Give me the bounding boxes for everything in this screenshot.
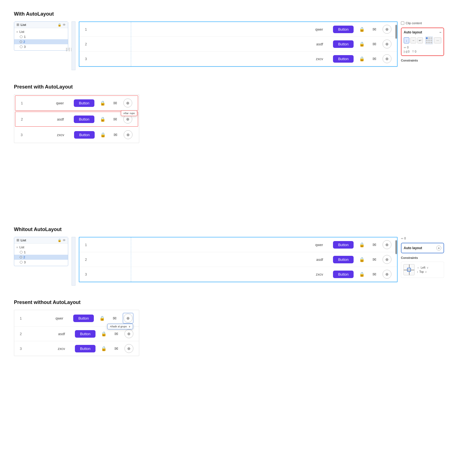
mail-icon-w3: ✉ (370, 270, 378, 278)
plus-icon-w3[interactable]: ⊕ (383, 270, 391, 279)
constraint-left-arrow: ↔ (417, 266, 420, 269)
table-row-3: 3 zxcv Button 🔒 ✉ ⊕ (79, 51, 397, 66)
constraint-top-dropdown[interactable]: ∨ (425, 270, 427, 273)
plus-icon-w2[interactable]: ⊕ (383, 255, 391, 264)
lock-icon: 🔒 (58, 23, 62, 27)
clip-content-checkbox[interactable] (401, 21, 404, 25)
without-al-btn2[interactable]: Button (333, 256, 354, 263)
btn-2[interactable]: Button (333, 40, 354, 48)
eye-icon: 👁 (63, 23, 66, 27)
scrollbar-2 (395, 240, 397, 254)
hash-small-icon: ≡ (16, 30, 18, 33)
al-align-group: ··· (425, 36, 441, 44)
btn-3[interactable]: Button (333, 55, 354, 63)
without-al-row1: 1 qwer Button 🔒 ✉ ⊕ (79, 237, 397, 252)
props-panel-without-al: ⇔ 0 Auto layout + Constraints (401, 237, 444, 278)
layer-item-2-selected[interactable]: 2 (14, 39, 68, 44)
section-present-autolayout: Present with AutoLayout 1 qwer Button 🔒 … (14, 84, 444, 143)
lock-icon-p2: 🔒 (99, 115, 107, 123)
present-without-btn3[interactable]: Button (75, 345, 95, 352)
ruler-mark: 500 (68, 48, 70, 51)
autolayout-title: Auto layout − (404, 30, 441, 34)
layers-title-2: ⊞ List (16, 238, 26, 242)
plus-icon-pw1[interactable]: ⊕ (124, 314, 133, 323)
constraint-left-label: Left (421, 266, 425, 269)
diamond-icon-2 (19, 40, 22, 43)
lock-icon-1: 🔒 (358, 25, 366, 33)
lock-icon-3: 🔒 (358, 55, 366, 63)
tooltip-anadir-rupo: Añar rupo (121, 111, 137, 116)
al-down-btn[interactable]: ↓ (404, 37, 409, 43)
layer2-item-2-selected[interactable]: 2 (14, 255, 68, 260)
present-al-btn2[interactable]: Button (74, 116, 94, 123)
al-right-btn[interactable]: → (410, 37, 416, 43)
plus-icon-pw3[interactable]: ⊕ (124, 344, 133, 353)
present-al-btn1[interactable]: Button (74, 99, 94, 107)
al-padding-row: |◁| 0 ⊤ 0 (404, 50, 441, 53)
mail-icon-p2: ✉ (111, 115, 119, 123)
lock-icon-2: 🔒 (358, 40, 366, 48)
lock-icon-p1: 🔒 (99, 99, 107, 107)
layers-list: ≡ List 1 2 3 (14, 28, 68, 50)
present-al-row3: 3 zxcv Button 🔒 ✉ ⊕ (15, 127, 138, 142)
minus-icon[interactable]: − (439, 30, 441, 34)
canvas-without-al: 1 qwer Button 🔒 ✉ ⊕ 2 asdf Button 🔒 ✉ ⊕ … (79, 237, 398, 282)
al-wrap-btn[interactable]: ↩ (417, 37, 423, 43)
present-without-btn2[interactable]: Button (75, 330, 95, 338)
plus-icon-1[interactable]: ⊕ (383, 25, 391, 34)
layer-item-list[interactable]: ≡ List (14, 29, 68, 34)
canvas-divider-2 (131, 237, 131, 282)
mail-wrap-pw1: ✉ (111, 314, 118, 322)
dot-icon-1 (20, 35, 23, 38)
constraint-left-row: ↔ Left ∨ (417, 266, 428, 269)
layer2-item-list[interactable]: ≡ List (14, 245, 68, 250)
layers-list-2: ≡ List 1 2 3 (14, 244, 68, 266)
constraint-top-label: Top (419, 270, 424, 273)
al-spacing-row: ⇔ 0 (404, 46, 441, 49)
section-title-without-al: Whitout AutoLayout (14, 227, 444, 232)
tooltip-text-añadir: Añar (123, 112, 129, 115)
layer2-item-1[interactable]: 1 (14, 250, 68, 255)
layer-item-1[interactable]: 1 (14, 34, 68, 39)
plus-icon-p3[interactable]: ⊕ (124, 130, 133, 139)
hash-icon: ⊞ (16, 23, 19, 27)
mail-icon-pw3: ✉ (112, 345, 120, 352)
plus-icon-pw2[interactable]: ⊕ (124, 329, 133, 338)
tooltip-text-rupo: rupo (130, 112, 135, 115)
spacing-field-row: ⇔ 0 (401, 237, 444, 240)
present-without-btn1[interactable]: Button (73, 315, 94, 322)
al-add-button[interactable]: + (436, 246, 441, 251)
al-align-grid[interactable] (425, 36, 433, 44)
mail-icon-p3: ✉ (111, 131, 119, 139)
lock-icon-pw3: 🔒 (100, 345, 108, 352)
table-row-2: 2 asdf Button 🔒 ✉ ⊕ (79, 37, 397, 51)
padding-v-value: 0 (415, 50, 417, 53)
constraint-left-dropdown[interactable]: ∨ (427, 266, 428, 269)
padding-v-icon: ⊤ (412, 50, 414, 53)
lock-icon-pw2: 🔒 (100, 330, 108, 338)
present-al-row3-wrap: 3 zxcv Button 🔒 ✉ ⊕ (15, 127, 138, 142)
layers-header-2: ⊞ List 🔒 👁 (14, 237, 68, 244)
layer2-item-3[interactable]: 3 (14, 260, 68, 265)
spacing-value: 0 (407, 46, 409, 49)
constraints-box: ↔ Left ∨ ↕ Top ∨ (401, 262, 444, 278)
plus-icon-p1[interactable]: ⊕ (123, 99, 132, 107)
tooltip-text-pw: Añadir al grupo (110, 325, 127, 328)
section-title-autolayout: With AutoLayout (14, 11, 444, 17)
present-without-row1: 1 qwer Button 🔒 ✉ ⊕ Añadir al grupo ∨ (14, 310, 139, 327)
present-al-canvas: 1 qwer Button 🔒 ✉ ⊕ Añar rupo 2 asdf But… (14, 94, 139, 143)
present-al-btn3[interactable]: Button (74, 131, 95, 139)
lock-icon-2b: 🔒 (58, 239, 62, 242)
layer-item-3[interactable]: 3 (14, 44, 68, 49)
without-al-btn3[interactable]: Button (333, 271, 354, 278)
lock-icon-w2: 🔒 (358, 256, 366, 263)
btn-1[interactable]: Button (333, 26, 354, 33)
props-panel-autolayout: Clip content Auto layout − ↓ → ↩ (401, 21, 444, 62)
without-al-btn1[interactable]: Button (333, 241, 354, 249)
al-more-btn[interactable]: ··· (434, 37, 441, 43)
plus-icon-2[interactable]: ⊕ (383, 40, 391, 48)
ruler-bar-left (72, 21, 75, 70)
plus-icon-3[interactable]: ⊕ (383, 54, 391, 63)
plus-icon-w1[interactable]: ⊕ (383, 240, 391, 249)
plus-highlight-pw1: ⊕ Añadir al grupo ∨ (123, 313, 133, 323)
